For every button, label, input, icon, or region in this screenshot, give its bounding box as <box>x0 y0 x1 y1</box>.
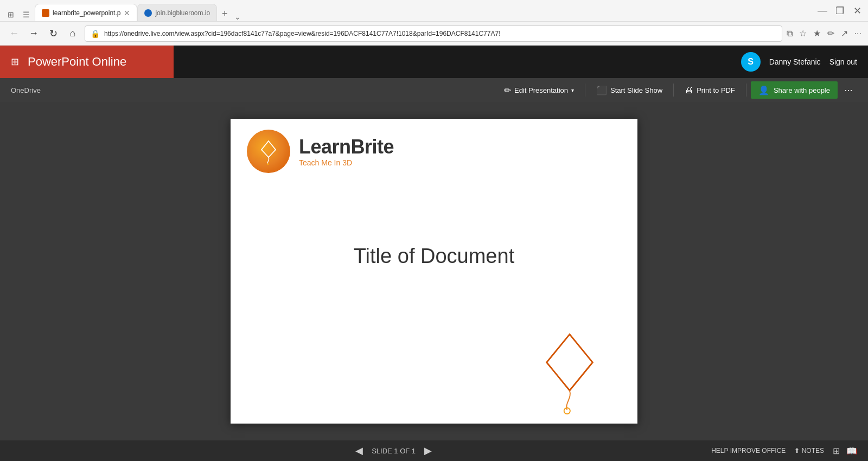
status-right: HELP IMPROVE OFFICE ⬆ NOTES ⊞ 📖 <box>711 446 857 456</box>
tab-back-btn[interactable]: ⊞ <box>4 8 17 21</box>
status-icons: ⊞ 📖 <box>833 446 857 456</box>
slide-info: SLIDE 1 OF 1 <box>372 447 416 455</box>
share-icon[interactable]: ↗ <box>841 28 848 39</box>
refresh-button[interactable]: ↻ <box>46 28 61 40</box>
slide-title: Title of Document <box>354 244 514 267</box>
notes-button[interactable]: ⬆ NOTES <box>794 447 824 454</box>
next-slide-button[interactable]: ▶ <box>424 445 432 457</box>
tab-title-2: join.bigblueroom.io <box>155 9 210 17</box>
toolbar-divider-1 <box>585 84 585 97</box>
print-to-pdf-label: Print to PDF <box>697 86 735 94</box>
app-header-left: ⊞ PowerPoint Online <box>0 46 174 78</box>
logo-kite-svg <box>255 138 282 165</box>
share-people-icon: 👤 <box>758 85 769 95</box>
slide-navigation: ◀ SLIDE 1 OF 1 ▶ <box>355 445 432 457</box>
print-icon: 🖨 <box>685 85 693 95</box>
slide-container: LearnBrite Teach Me In 3D Title of Docum… <box>231 119 637 424</box>
browser-titlebar: ⊞ ☰ learnbrite_powerpoint.p ✕ join.bigbl… <box>0 0 868 22</box>
favorites-star-icon[interactable]: ☆ <box>799 28 807 39</box>
address-text: https://onedrive.live.com/view.aspx?cid=… <box>104 30 776 37</box>
main-content: LearnBrite Teach Me In 3D Title of Docum… <box>0 102 868 440</box>
status-bar: ◀ SLIDE 1 OF 1 ▶ HELP IMPROVE OFFICE ⬆ N… <box>0 440 868 461</box>
back-button[interactable]: ← <box>7 28 22 39</box>
sign-out-button[interactable]: Sign out <box>829 57 857 66</box>
web-note-icon[interactable]: ✏ <box>827 28 834 39</box>
more-options-icon[interactable]: ··· <box>854 29 861 39</box>
slideshow-icon: ⬛ <box>596 85 607 95</box>
window-controls: — ❐ ✕ <box>816 5 864 17</box>
close-button[interactable]: ✕ <box>851 5 864 17</box>
secondary-toolbar: OneDrive ✏ Edit Presentation ▾ ⬛ Start S… <box>0 78 868 102</box>
user-name: Danny Stefanic <box>769 57 821 66</box>
edit-presentation-label: Edit Presentation <box>514 86 568 94</box>
tab-active[interactable]: learnbrite_powerpoint.p ✕ <box>35 4 137 21</box>
start-slideshow-label: Start Slide Show <box>610 86 662 94</box>
tab-inactive[interactable]: join.bigblueroom.io <box>137 4 217 21</box>
maximize-button[interactable]: ❐ <box>833 5 846 17</box>
logo-name: LearnBrite <box>299 136 394 158</box>
browser-toolbar: ← → ↻ ⌂ 🔒 https://onedrive.live.com/view… <box>0 22 868 46</box>
slide-logo-area: LearnBrite Teach Me In 3D <box>247 130 394 173</box>
lock-icon: 🔒 <box>91 29 100 38</box>
logo-text: LearnBrite Teach Me In 3D <box>299 136 394 167</box>
edit-dropdown-arrow: ▾ <box>571 87 574 93</box>
new-tab-button[interactable]: + <box>217 6 232 21</box>
prev-slide-button[interactable]: ◀ <box>355 445 363 457</box>
tab-forward-btn[interactable]: ☰ <box>20 8 33 21</box>
tab-title-1: learnbrite_powerpoint.p <box>53 9 120 17</box>
svg-marker-2 <box>547 334 593 390</box>
start-slideshow-button[interactable]: ⬛ Start Slide Show <box>590 81 669 99</box>
more-options-label: ··· <box>844 85 852 96</box>
sidebar-toggle-icon[interactable]: ⧉ <box>787 29 793 39</box>
help-improve-office-button[interactable]: HELP IMPROVE OFFICE <box>711 447 786 454</box>
upload-icon: ⬆ <box>794 447 800 454</box>
home-button[interactable]: ⌂ <box>65 28 80 39</box>
pencil-icon: ✏ <box>504 85 511 95</box>
more-options-button[interactable]: ··· <box>840 81 857 99</box>
notes-label: NOTES <box>802 447 824 454</box>
share-with-people-label: Share with people <box>774 86 830 94</box>
app-header-right: S Danny Stefanic Sign out <box>174 46 868 78</box>
minimize-button[interactable]: — <box>816 5 829 16</box>
waffle-menu-icon[interactable]: ⊞ <box>11 56 19 68</box>
toolbar-divider-2 <box>673 84 674 97</box>
toolbar-icons: ⧉ ☆ ★ ✏ ↗ ··· <box>787 28 861 39</box>
tab-favicon-1 <box>42 9 49 17</box>
tab-overflow-btn[interactable]: ⌄ <box>234 12 241 21</box>
grid-view-icon[interactable]: ⊞ <box>833 446 840 456</box>
reading-view-icon[interactable]: 📖 <box>846 446 857 456</box>
skype-icon[interactable]: S <box>741 52 761 72</box>
tab-close-1[interactable]: ✕ <box>124 9 130 17</box>
edit-presentation-button[interactable]: ✏ Edit Presentation ▾ <box>497 81 580 99</box>
address-bar[interactable]: 🔒 https://onedrive.live.com/view.aspx?ci… <box>85 25 782 42</box>
app-header: ⊞ PowerPoint Online S Danny Stefanic Sig… <box>0 46 868 78</box>
forward-button[interactable]: → <box>26 28 41 39</box>
browser-tabs: ⊞ ☰ learnbrite_powerpoint.p ✕ join.bigbl… <box>4 0 809 21</box>
kite-decoration <box>534 329 605 418</box>
toolbar-divider-3 <box>746 84 746 97</box>
toolbar-actions: ✏ Edit Presentation ▾ ⬛ Start Slide Show… <box>497 81 857 99</box>
favorites-list-icon[interactable]: ★ <box>813 28 821 39</box>
logo-tagline: Teach Me In 3D <box>299 158 394 167</box>
print-to-pdf-button[interactable]: 🖨 Print to PDF <box>678 81 742 99</box>
onedrive-link[interactable]: OneDrive <box>11 86 41 94</box>
tab-favicon-2 <box>144 9 152 17</box>
skype-initial: S <box>748 57 754 67</box>
logo-circle <box>247 130 290 173</box>
app-title: PowerPoint Online <box>28 55 126 69</box>
share-with-people-button[interactable]: 👤 Share with people <box>751 81 838 99</box>
svg-marker-0 <box>261 141 276 157</box>
